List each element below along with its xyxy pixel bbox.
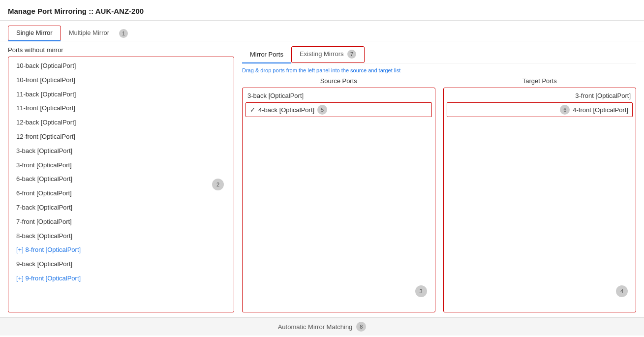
right-panel: Mirror Ports Existing Mirrors 7 Drag & d… xyxy=(242,46,636,312)
badge-7: 7 xyxy=(347,50,356,59)
source-item-3back: 3-back [OpticalPort] xyxy=(245,91,432,100)
source-panel: Source Ports 3-back [OpticalPort] ✓ 4-ba… xyxy=(242,77,435,312)
list-item: 3-front [OpticalPort] xyxy=(8,158,234,173)
list-item: 3-back [OpticalPort] xyxy=(8,144,234,158)
list-item: 6-back [OpticalPort] xyxy=(8,172,234,186)
left-panel: Ports without mirror 10-back [OpticalPor… xyxy=(8,46,234,312)
list-item: 6-front [OpticalPort] xyxy=(8,186,234,201)
badge-8: 8 xyxy=(356,322,366,332)
source-ports-title: Source Ports xyxy=(242,77,435,85)
source-item-4back-text: 4-back [OpticalPort] xyxy=(258,106,314,114)
main-content: Ports without mirror 10-back [OpticalPor… xyxy=(0,41,644,317)
ports-list-container: 10-back [OpticalPort] 10-front [OpticalP… xyxy=(8,57,234,312)
list-item: 8-back [OpticalPort] xyxy=(8,229,234,244)
list-item: 11-back [OpticalPort] xyxy=(8,88,234,102)
list-item: 10-front [OpticalPort] xyxy=(8,73,234,88)
list-item: 7-back [OpticalPort] xyxy=(8,201,234,215)
footer-bar: Automatic Mirror Matching 8 xyxy=(0,317,644,336)
list-item-9front-link[interactable]: [+] 9-front [OpticalPort] xyxy=(8,272,234,286)
badge-6: 6 xyxy=(560,105,570,115)
target-item-4front: 6 4-front [OpticalPort] xyxy=(447,102,633,117)
list-item: 12-front [OpticalPort] xyxy=(8,130,234,144)
tab-badge-1: 1 xyxy=(119,29,128,38)
badge-4: 4 xyxy=(616,285,628,297)
source-ports-box: 3-back [OpticalPort] ✓ 4-back [OpticalPo… xyxy=(242,88,435,312)
target-ports-box: 3-front [OpticalPort] 6 4-front [Optical… xyxy=(443,88,637,312)
page-title: Manage Port Mirroring :: AUK-ANZ-200 xyxy=(0,0,644,21)
badge-3: 3 xyxy=(415,285,427,297)
list-item: 10-back [OpticalPort] xyxy=(8,59,234,73)
target-item-4front-text: 4-front [OpticalPort] xyxy=(573,106,628,114)
tab-single-mirror[interactable]: Single Mirror xyxy=(8,26,61,41)
drag-hint: Drag & drop ports from the left panel in… xyxy=(242,65,636,77)
main-tabs: Single Mirror Multiple Mirror 1 xyxy=(0,21,644,41)
footer-label: Automatic Mirror Matching xyxy=(278,323,353,331)
tab-mirror-ports[interactable]: Mirror Ports xyxy=(242,46,291,63)
badge-2: 2 xyxy=(212,179,224,190)
list-item-8front-link[interactable]: [+] 8-front [OpticalPort] xyxy=(8,243,234,257)
target-item-3front: 3-front [OpticalPort] xyxy=(447,91,633,100)
ports-without-mirror-label: Ports without mirror xyxy=(8,46,234,54)
right-tabs: Mirror Ports Existing Mirrors 7 xyxy=(242,46,636,63)
target-panel: Target Ports 3-front [OpticalPort] 6 4-f… xyxy=(443,77,637,312)
source-target-row: Source Ports 3-back [OpticalPort] ✓ 4-ba… xyxy=(242,77,636,312)
tab-multiple-mirror[interactable]: Multiple Mirror xyxy=(61,26,117,40)
checkmark-icon: ✓ xyxy=(250,106,255,114)
target-ports-title: Target Ports xyxy=(443,77,637,85)
list-item: 7-front [OpticalPort] xyxy=(8,215,234,229)
tab-existing-mirrors[interactable]: Existing Mirrors 7 xyxy=(291,46,365,63)
badge-5: 5 xyxy=(317,105,327,115)
list-item: 9-back [OpticalPort] xyxy=(8,257,234,272)
source-item-4back: ✓ 4-back [OpticalPort] 5 xyxy=(245,102,432,117)
list-item: 11-front [OpticalPort] xyxy=(8,101,234,116)
list-item: 12-back [OpticalPort] xyxy=(8,116,234,130)
